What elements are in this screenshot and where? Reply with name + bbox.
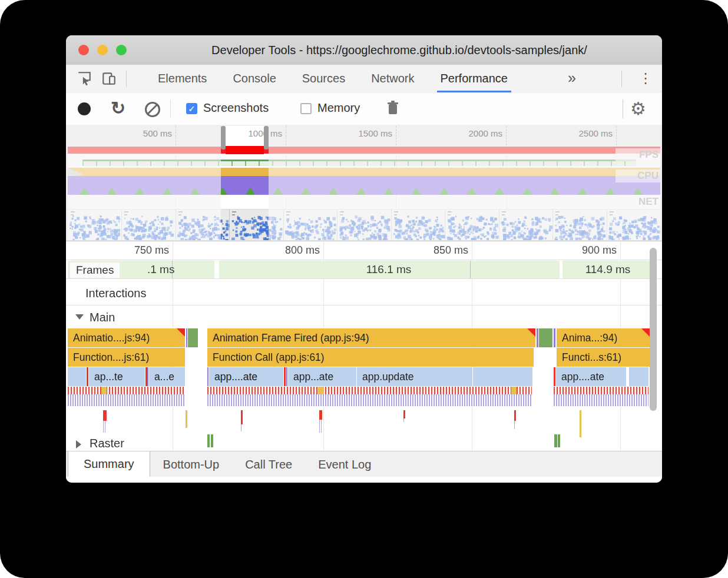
- flame-bar[interactable]: [473, 367, 532, 386]
- flame-bar[interactable]: app.update: [357, 367, 472, 386]
- flame-bar[interactable]: [539, 328, 552, 347]
- vertical-scrollbar[interactable]: [650, 248, 657, 411]
- panel-tabs: ElementsConsoleSourcesNetworkPerformance: [158, 65, 508, 92]
- flame-bar[interactable]: [147, 367, 148, 386]
- flame-bar[interactable]: [537, 328, 538, 347]
- tab-console[interactable]: Console: [233, 72, 276, 85]
- tab-network[interactable]: Network: [371, 72, 414, 85]
- mark-yellow: [186, 410, 187, 428]
- frame-segment-border: [470, 261, 471, 278]
- raster-track-label[interactable]: Raster: [90, 437, 124, 450]
- frame-duration-label: 114.9 ms: [567, 263, 649, 276]
- details-ruler-label: 850 ms: [415, 244, 468, 257]
- long-task-warning-icon: [177, 328, 185, 337]
- flame-bar[interactable]: [207, 367, 209, 386]
- layout-stripe-span: [207, 387, 532, 406]
- flame-bar[interactable]: Animatio....js:94): [68, 328, 185, 347]
- flame-bar[interactable]: [554, 367, 555, 386]
- devtools-window: Developer Tools - https://googlechrome.g…: [66, 35, 662, 483]
- tab-sources[interactable]: Sources: [302, 72, 345, 85]
- flame-bar[interactable]: [188, 328, 198, 347]
- mark-purple: [103, 421, 107, 433]
- more-tabs-button[interactable]: »: [568, 69, 576, 87]
- expand-raster-icon[interactable]: [76, 440, 81, 449]
- overview-dim-right: [269, 146, 660, 240]
- long-task-warning-icon: [527, 328, 535, 337]
- tab-event-log[interactable]: Event Log: [305, 451, 384, 477]
- raster-bar: [207, 434, 210, 447]
- details-ruler-label: 800 ms: [267, 244, 320, 257]
- record-button[interactable]: [78, 102, 91, 115]
- toolbar-divider: [170, 100, 171, 118]
- tab-summary[interactable]: Summary: [68, 451, 150, 477]
- clear-recording-button[interactable]: [145, 102, 160, 117]
- memory-label[interactable]: Memory: [317, 101, 360, 115]
- flame-bar[interactable]: [286, 367, 287, 386]
- flame-bar[interactable]: app....ate: [556, 367, 626, 386]
- toolbar-divider: [126, 71, 127, 87]
- interactions-row-label[interactable]: Interactions: [85, 287, 146, 300]
- stripe-purple: [554, 394, 648, 406]
- screenshots-label[interactable]: Screenshots: [203, 101, 269, 115]
- tab-call-tree[interactable]: Call Tree: [232, 451, 305, 477]
- flame-bar[interactable]: Animation Frame Fired (app.js:94): [207, 328, 535, 347]
- tab-performance[interactable]: Performance: [441, 72, 508, 85]
- window-bottom: [66, 477, 662, 483]
- raster-bar: [554, 434, 557, 447]
- flame-bar[interactable]: app....ate: [209, 367, 283, 386]
- frame-duration-label: 116.1 ms: [348, 263, 430, 276]
- minimize-window-button[interactable]: [97, 45, 108, 55]
- stripe-purple: [68, 394, 184, 406]
- timeline-details-pane[interactable]: 750 ms800 ms850 ms900 ms .1 ms116.1 ms11…: [66, 241, 662, 451]
- device-toolbar-icon[interactable]: [101, 71, 117, 86]
- overview-ruler-label: 1000 ms: [229, 128, 282, 138]
- selection-left-handle[interactable]: [221, 126, 226, 150]
- overview-ruler-label: 2000 ms: [449, 128, 502, 138]
- close-window-button[interactable]: [78, 45, 89, 55]
- flame-bar[interactable]: [284, 367, 286, 386]
- frame-duration-label: .1 ms: [147, 263, 174, 276]
- toolbar-divider: [623, 99, 623, 118]
- capture-settings-gear-icon[interactable]: ⚙: [630, 98, 646, 119]
- flame-bar[interactable]: [554, 328, 555, 347]
- main-track-label[interactable]: Main: [90, 311, 115, 324]
- flame-bar[interactable]: Anima...:94): [557, 328, 650, 347]
- mark-red: [103, 410, 107, 421]
- mark-purple: [514, 421, 516, 429]
- zoom-window-button[interactable]: [116, 45, 127, 55]
- stripe-red: [68, 387, 184, 394]
- reload-and-record-button[interactable]: ↻: [111, 98, 125, 118]
- memory-checkbox[interactable]: [300, 103, 312, 114]
- more-options-icon[interactable]: ⋮: [638, 70, 653, 87]
- flame-bar[interactable]: [629, 367, 648, 386]
- flame-bar[interactable]: Function....js:61): [68, 348, 185, 367]
- flame-bar[interactable]: ap...te: [89, 367, 145, 386]
- title-bar: Developer Tools - https://googlechrome.g…: [66, 35, 662, 65]
- flame-bar[interactable]: app...ate: [288, 367, 356, 386]
- screenshot-backdrop: Developer Tools - https://googlechrome.g…: [0, 0, 728, 578]
- flame-bar[interactable]: [186, 328, 187, 347]
- screenshots-checkbox[interactable]: ✓: [186, 103, 197, 114]
- selection-right-handle[interactable]: [264, 126, 269, 150]
- flame-bar[interactable]: [68, 367, 86, 386]
- flame-bar[interactable]: a...e: [149, 367, 185, 386]
- mark-red: [241, 410, 243, 424]
- fps-bar-selected: [226, 146, 264, 154]
- toolbar-divider: [621, 71, 622, 87]
- tab-bottom-up[interactable]: Bottom-Up: [150, 451, 233, 477]
- mark-yellow: [580, 410, 581, 437]
- tab-elements[interactable]: Elements: [158, 72, 207, 85]
- flame-bar[interactable]: Function Call (app.js:61): [207, 348, 534, 367]
- garbage-collect-icon[interactable]: [388, 101, 398, 115]
- flame-bar[interactable]: [87, 367, 88, 386]
- details-ruler-label: 750 ms: [116, 244, 169, 257]
- frames-row-label[interactable]: Frames: [70, 262, 120, 278]
- stripe-red: [207, 387, 532, 394]
- divider: [66, 278, 662, 279]
- overview-ruler-label: 500 ms: [119, 128, 172, 138]
- inspect-element-icon[interactable]: [77, 71, 92, 86]
- flame-bar[interactable]: Functi...s:61): [557, 348, 650, 367]
- collapse-main-icon[interactable]: [75, 314, 84, 320]
- mark-purple: [319, 420, 322, 433]
- timeline-overview[interactable]: 500 ms1000 ms1500 ms2000 ms2500 ms FPS C…: [66, 125, 662, 241]
